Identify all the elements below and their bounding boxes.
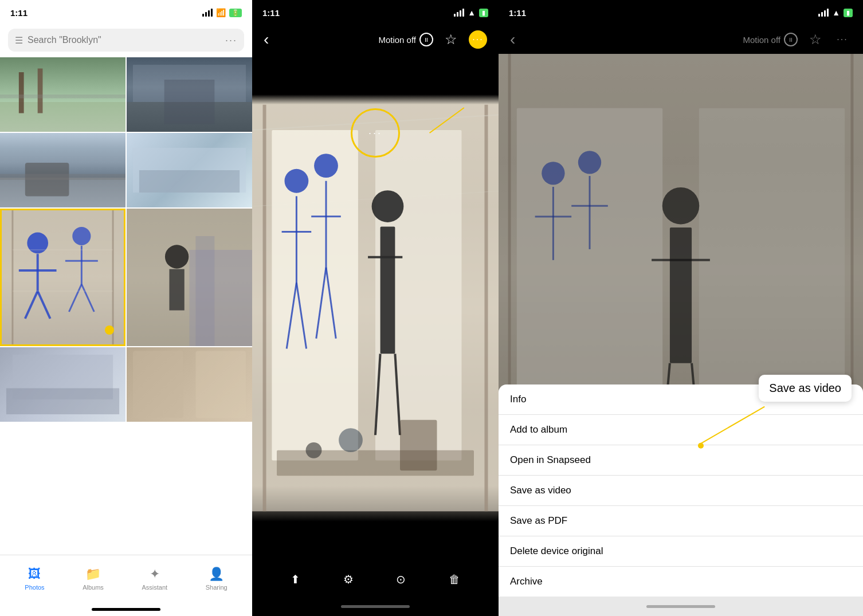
photo-5-svg — [0, 347, 125, 422]
signal-icon — [202, 9, 213, 17]
status-bar-viewer: 1:11 ▲ ▮ — [252, 0, 499, 25]
menu-toolbar-actions: Motion off ⏸ ☆ ··· — [743, 30, 852, 49]
hamburger-icon[interactable]: ☰ — [15, 35, 23, 46]
status-bar-menu: 1:11 ▲ ▮ — [499, 0, 863, 25]
photo-cell-3[interactable] — [0, 133, 125, 207]
svg-rect-34 — [133, 351, 183, 418]
svg-point-13 — [27, 233, 48, 254]
panel-library: 1:11 📶 🔋 ☰ ··· — [0, 0, 252, 616]
favorite-button-viewer[interactable]: ☆ — [445, 32, 457, 48]
viewer-status-icons: ▲ ▮ — [454, 8, 488, 17]
photo-cell-5[interactable] — [0, 347, 125, 422]
menu-item-save-as-video[interactable]: Save as video — [499, 476, 863, 506]
photo-scene-svg2 — [127, 57, 252, 132]
wifi-icon-menu: ▲ — [832, 8, 840, 17]
viewer-toolbar: ‹ Motion off ⏸ ☆ ··· — [252, 25, 499, 54]
photo-scene-svg4 — [127, 133, 252, 207]
annotation-dot-1 — [105, 325, 114, 335]
home-bar-menu — [646, 605, 715, 608]
photo-cell-art-2[interactable] — [127, 209, 252, 346]
battery-icon-menu: ▮ — [844, 9, 853, 17]
motion-off-button-menu[interactable]: Motion off ⏸ — [743, 33, 798, 46]
live-photo-button[interactable]: ⊙ — [396, 572, 406, 586]
svg-point-76 — [578, 151, 601, 174]
more-dots-label: ··· — [472, 34, 483, 45]
photo-cell-art-1[interactable] — [0, 209, 125, 346]
more-button-viewer[interactable]: ··· — [469, 30, 487, 49]
svg-point-18 — [72, 227, 91, 245]
svg-point-60 — [339, 428, 363, 452]
nav-item-assistant[interactable]: ✦ Assistant — [142, 567, 168, 591]
share-button[interactable]: ⬆ — [291, 572, 300, 586]
menu-item-delete-device-original[interactable]: Delete device original — [499, 536, 863, 567]
photo-cell-6[interactable] — [127, 347, 252, 422]
svg-rect-1 — [19, 72, 24, 113]
svg-rect-58 — [277, 450, 474, 476]
photos-icon: 🖼 — [28, 567, 41, 582]
back-button-menu[interactable]: ‹ — [510, 30, 515, 49]
more-button-container: ··· — [469, 30, 487, 49]
motion-off-label: Motion off — [378, 35, 416, 45]
photo-grid — [0, 57, 252, 555]
svg-point-43 — [284, 169, 308, 193]
nav-item-sharing[interactable]: 👤 Sharing — [206, 567, 227, 591]
grid-row-3 — [0, 209, 252, 346]
back-button-viewer[interactable]: ‹ — [264, 30, 269, 49]
svg-rect-33 — [6, 389, 119, 415]
nav-item-photos[interactable]: 🖼 Photos — [25, 567, 44, 591]
home-bar-viewer — [341, 605, 410, 608]
context-menu: Info Add to album Open in Snapseed Save … — [499, 384, 863, 597]
viewer-bottom-toolbar: ⬆ ⚙ ⊙ 🗑 — [252, 562, 499, 597]
menu-item-save-as-pdf[interactable]: Save as PDF — [499, 506, 863, 536]
svg-point-68 — [662, 187, 700, 225]
svg-rect-3 — [0, 95, 125, 99]
battery-icon-viewer: ▮ — [479, 9, 488, 17]
favorite-button-menu[interactable]: ☆ — [809, 32, 822, 48]
status-bar-library: 1:11 📶 🔋 — [0, 0, 252, 25]
nav-item-albums[interactable]: 📁 Albums — [83, 567, 104, 591]
status-time-library: 1:11 — [10, 8, 28, 18]
svg-point-59 — [306, 442, 322, 458]
panel-viewer: 1:11 ▲ ▮ ‹ Motion off ⏸ ☆ ··· — [252, 0, 499, 616]
albums-icon: 📁 — [85, 567, 101, 582]
photo-cell-1[interactable] — [0, 57, 125, 132]
menu-toolbar: ‹ Motion off ⏸ ☆ ··· — [499, 25, 863, 54]
annotation-dots: ··· — [368, 127, 382, 139]
edit-button[interactable]: ⚙ — [343, 572, 354, 586]
home-bar — [92, 608, 160, 611]
nav-label-albums: Albums — [83, 584, 104, 591]
annotation-circle: ··· — [351, 108, 400, 158]
grid-row-2 — [0, 133, 252, 207]
svg-rect-61 — [400, 420, 437, 471]
menu-item-add-to-album[interactable]: Add to album — [499, 415, 863, 445]
menu-item-open-in-snapseed[interactable]: Open in Snapseed — [499, 445, 863, 476]
photo-6-svg — [127, 347, 252, 422]
menu-item-archive[interactable]: Archive — [499, 567, 863, 597]
art-figures-svg2 — [127, 209, 252, 346]
svg-rect-31 — [169, 269, 184, 311]
more-button-menu[interactable]: ··· — [833, 30, 852, 49]
more-options-icon[interactable]: ··· — [225, 34, 237, 46]
photo-scene-svg — [0, 57, 125, 132]
motion-off-button[interactable]: Motion off ⏸ — [378, 33, 433, 46]
search-input[interactable] — [28, 35, 221, 45]
more-dots-label-menu: ··· — [837, 34, 848, 45]
svg-rect-9 — [0, 174, 125, 180]
svg-rect-2 — [38, 69, 43, 113]
battery-icon: 🔋 — [229, 9, 242, 17]
search-bar[interactable]: ☰ ··· — [8, 29, 244, 52]
svg-rect-69 — [670, 227, 692, 363]
photo-scene-svg3 — [0, 133, 125, 207]
viewer-photo: ··· — [252, 54, 499, 562]
trash-button[interactable]: 🗑 — [449, 573, 460, 586]
svg-point-48 — [314, 154, 338, 178]
svg-rect-6 — [164, 80, 215, 124]
home-indicator-library — [0, 602, 252, 616]
status-time-viewer: 1:11 — [262, 8, 280, 18]
viewer-image-area: ··· — [252, 54, 499, 562]
svg-rect-35 — [195, 351, 246, 418]
motion-icon-menu: ⏸ — [784, 33, 798, 46]
viewer-actions: Motion off ⏸ ☆ ··· — [378, 30, 487, 49]
photo-cell-4[interactable] — [127, 133, 252, 207]
photo-cell-2[interactable] — [127, 57, 252, 132]
